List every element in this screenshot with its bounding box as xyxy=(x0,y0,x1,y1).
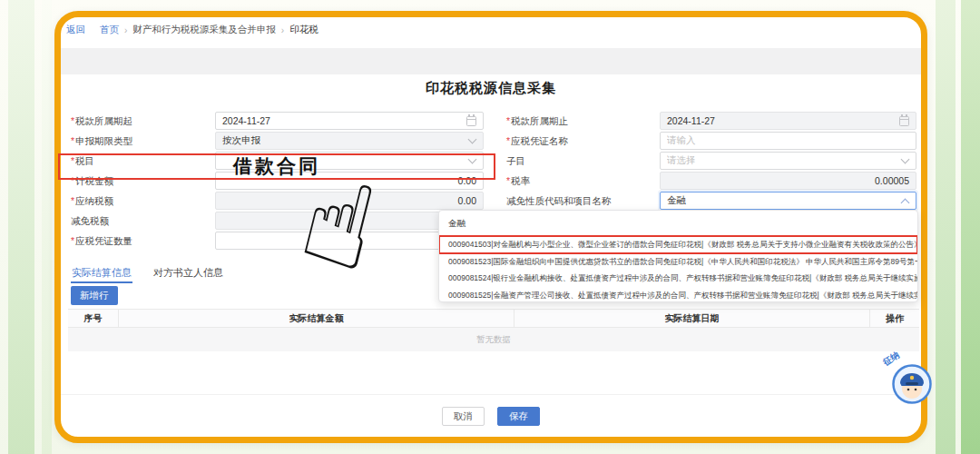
required-asterisk: * xyxy=(506,175,510,186)
table-header-0: 序号 xyxy=(68,310,118,327)
save-button[interactable]: 保存 xyxy=(497,407,540,426)
tab-0[interactable]: 实际结算信息 xyxy=(71,264,132,283)
settlement-table: 序号实际结算金额实际结算日期操作 暂无数据 xyxy=(68,309,919,351)
back-button[interactable]: 返回 xyxy=(66,24,85,36)
dropdown-option-0[interactable]: 0009041503|对金融机构与小型企业、微型企业签订的借款合同免征印花税|《… xyxy=(439,236,917,253)
bg-stripe-right-outer xyxy=(961,0,980,454)
mascot-icon[interactable] xyxy=(892,364,932,404)
field-value: 金融 xyxy=(667,194,897,207)
breadcrumb: 返回 首页›财产和行为税税源采集及合并申报›印花税 xyxy=(66,23,318,37)
cancel-button[interactable]: 取消 xyxy=(442,407,485,426)
annotation-tax-item-value: 借款合同 xyxy=(233,153,320,178)
page-title: 印花税税源信息采集 xyxy=(61,80,921,97)
footer-divider xyxy=(61,394,921,395)
dropdown-option-3[interactable]: 0009081525|金融资产管理公司接收、处置抵债资产过程中涉及的合同、产权转… xyxy=(439,287,917,303)
exemption-code-dropdown: 金融 0009041503|对金融机构与小型企业、微型企业签订的借款合同免征印花… xyxy=(438,210,918,302)
form-row-right-3: *税率0.00005 xyxy=(61,171,921,191)
dropdown-option-1[interactable]: 0009081523|国际金融组织向中国提供优惠贷款书立的借款合同免征印花税|《… xyxy=(439,253,917,271)
bg-stripe-right-inner xyxy=(936,0,956,454)
table-header-3: 操作 xyxy=(869,310,919,327)
field-control-select[interactable]: 请选择 xyxy=(660,152,916,170)
form-row-right-0: *税款所属期止2024-11-27 xyxy=(61,111,921,131)
field-label: 减免税额 xyxy=(71,211,109,231)
chevron-up-icon xyxy=(901,198,910,207)
field-control-date: 2024-11-27 xyxy=(660,112,916,130)
field-control-select-open[interactable]: 金融 xyxy=(660,192,916,210)
table-header-row: 序号实际结算金额实际结算日期操作 xyxy=(68,309,919,328)
field-control-input: 0.00005 xyxy=(660,172,916,190)
field-label: *税款所属期止 xyxy=(506,111,568,131)
breadcrumb-separator: › xyxy=(281,25,284,35)
field-value: 0.00005 xyxy=(667,175,909,186)
breadcrumb-item-2: 印花税 xyxy=(289,24,318,36)
breadcrumb-item-0[interactable]: 首页 xyxy=(100,24,119,36)
form-row-right-4: 减免性质代码和项目名称金融 xyxy=(61,191,921,211)
table-header-2: 实际结算日期 xyxy=(514,310,869,327)
form-row-right-1: *应税凭证名称请输入 xyxy=(61,131,921,151)
tab-1[interactable]: 对方书立人信息 xyxy=(152,264,224,283)
breadcrumb-items: 首页›财产和行为税税源采集及合并申报›印花税 xyxy=(100,24,318,36)
required-asterisk: * xyxy=(506,115,510,126)
field-value: 请选择 xyxy=(667,154,897,167)
field-label: 子目 xyxy=(506,151,525,171)
field-label: *税率 xyxy=(506,171,530,191)
field-value: 2024-11-27 xyxy=(667,115,894,126)
dropdown-option-2[interactable]: 0009081524|银行业金融机构接收、处置抵债资产过程中涉及的合同、产权转移… xyxy=(439,270,917,287)
tab-bar: 实际结算信息对方书立人信息 xyxy=(71,264,224,283)
required-asterisk: * xyxy=(71,235,74,246)
calendar-icon xyxy=(899,116,909,126)
form-row-right-2: 子目请选择 xyxy=(61,151,921,171)
bg-stripe-left-inner xyxy=(42,0,52,454)
table-header-1: 实际结算金额 xyxy=(118,310,514,327)
field-label: *应税凭证名称 xyxy=(506,131,568,151)
main-panel: 返回 首页›财产和行为税税源采集及合并申报›印花税 印花税税源信息采集 *税款所… xyxy=(54,11,927,443)
required-asterisk: * xyxy=(506,135,510,146)
breadcrumb-item-1[interactable]: 财产和行为税税源采集及合并申报 xyxy=(132,24,276,36)
add-row-button[interactable]: 新增行 xyxy=(71,286,118,305)
bg-stripe-left-outer xyxy=(8,0,34,454)
field-label: 减免性质代码和项目名称 xyxy=(506,191,612,211)
field-value: 请输入 xyxy=(667,134,909,147)
field-control-input[interactable]: 请输入 xyxy=(660,132,916,150)
chevron-down-icon xyxy=(901,155,910,164)
field-label: *应税凭证数量 xyxy=(71,231,132,251)
table-empty-state: 暂无数据 xyxy=(68,328,919,351)
tax-assistant-widget[interactable]: 征纳 xyxy=(883,353,936,406)
breadcrumb-separator: › xyxy=(124,25,127,35)
dropdown-options: 0009041503|对金融机构与小型企业、微型企业签订的借款合同免征印花税|《… xyxy=(439,236,917,302)
header-divider-band xyxy=(61,48,921,74)
footer-actions: 取消 保存 xyxy=(61,407,921,426)
dropdown-group-label: 金融 xyxy=(439,211,917,236)
